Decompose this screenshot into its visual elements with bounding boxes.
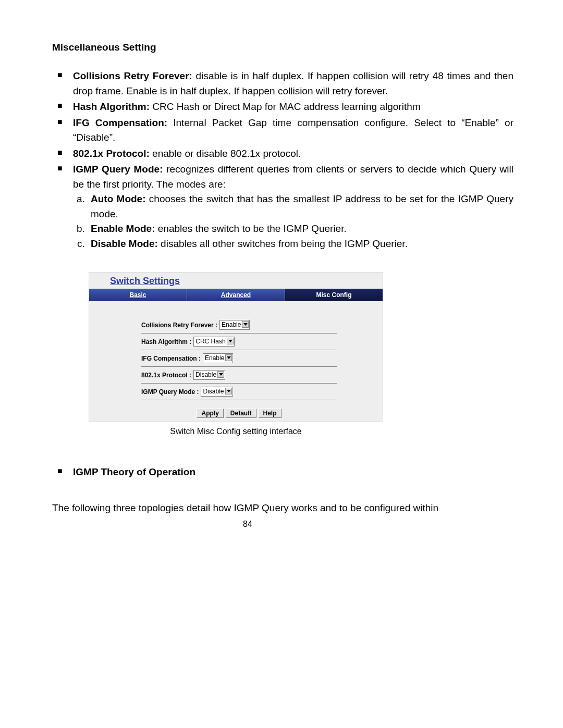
tab-advanced[interactable]: Advanced	[187, 289, 285, 301]
bullet-item: IGMP Theory of Operation	[57, 465, 513, 480]
page-number: 84	[52, 520, 513, 529]
panel-title: Switch Settings	[89, 273, 383, 289]
bullet-list-2: IGMP Theory of Operation	[52, 465, 513, 480]
sub-list: Auto Mode: chooses the switch that has t…	[73, 192, 513, 251]
tab-basic[interactable]: Basic	[89, 289, 187, 301]
bullet-label: IGMP Query Mode:	[73, 164, 163, 175]
bullet-item: Collisions Retry Forever: disable is in …	[57, 69, 513, 98]
row-8021x-protocol: 802.1x Protocol : Disable	[141, 367, 337, 384]
row-igmp-query-mode: IGMP Query Mode : Disable	[141, 384, 337, 400]
label-igmp-query-mode: IGMP Query Mode :	[141, 388, 199, 396]
chevron-down-icon	[227, 390, 231, 392]
bullet-item: IGMP Query Mode: recognizes different qu…	[57, 162, 513, 251]
form-area: Collisions Retry Forever : Enable Hash A…	[141, 317, 337, 418]
select-hash-algorithm[interactable]: CRC Hash	[193, 337, 234, 347]
bullet-label: Collisions Retry Forever:	[73, 70, 192, 81]
chevron-down-icon	[228, 340, 232, 342]
default-button[interactable]: Default	[226, 409, 256, 418]
sub-item: Enable Mode: enables the switch to be th…	[88, 221, 513, 237]
sub-text: chooses the switch that has the smallest…	[91, 193, 513, 219]
body-paragraph: The following three topologies detail ho…	[52, 501, 513, 516]
select-value: Disable	[195, 371, 216, 379]
switch-settings-panel: Switch Settings Basic Advanced Misc Conf…	[89, 272, 383, 422]
tab-bar: Basic Advanced Misc Config	[89, 289, 383, 301]
select-igmp-query-mode[interactable]: Disable	[201, 387, 232, 397]
sub-text: enables the switch to be the IGMP Querie…	[155, 223, 347, 234]
select-value: Enable	[205, 354, 224, 362]
figure-caption: Switch Misc Config setting interface	[89, 427, 383, 436]
bullet-text: enable or disable 802.1x protocol.	[150, 148, 301, 159]
select-8021x-protocol[interactable]: Disable	[193, 370, 225, 380]
sub-item: Disable Mode: disables all other switche…	[88, 237, 513, 252]
bullet-label: Hash Algorithm:	[73, 101, 150, 112]
apply-button[interactable]: Apply	[197, 409, 223, 418]
select-value: CRC Hash	[195, 338, 225, 346]
label-collisions-retry: Collisions Retry Forever :	[141, 322, 217, 329]
select-value: Enable	[222, 321, 241, 329]
label-hash-algorithm: Hash Algorithm :	[141, 338, 191, 346]
bullet-item: Hash Algorithm: CRC Hash or Direct Map f…	[57, 100, 513, 115]
chevron-down-icon	[243, 323, 248, 326]
row-collisions-retry: Collisions Retry Forever : Enable	[141, 317, 337, 334]
bullet-item: 802.1x Protocol: enable or disable 802.1…	[57, 146, 513, 162]
help-button[interactable]: Help	[259, 409, 282, 418]
label-ifg-compensation: IFG Compensation :	[141, 355, 201, 362]
bullet-item: IFG Compensation: Internal Packet Gap ti…	[57, 116, 513, 145]
section-heading: Miscellaneous Setting	[52, 42, 513, 53]
bullet-label: IFG Compensation:	[73, 117, 167, 128]
sub-label: Enable Mode:	[91, 223, 155, 234]
bullet-label: IGMP Theory of Operation	[73, 466, 195, 477]
sub-label: Auto Mode:	[91, 193, 146, 204]
tab-misc-config[interactable]: Misc Config	[285, 289, 383, 301]
sub-text: disables all other switches from being t…	[158, 238, 408, 249]
sub-item: Auto Mode: chooses the switch that has t…	[88, 192, 513, 221]
chevron-down-icon	[219, 373, 223, 376]
bullet-list: Collisions Retry Forever: disable is in …	[52, 69, 513, 251]
select-value: Disable	[203, 388, 224, 396]
row-hash-algorithm: Hash Algorithm : CRC Hash	[141, 334, 337, 350]
bullet-label: 802.1x Protocol:	[73, 148, 150, 159]
bullet-text: CRC Hash or Direct Map for MAC address l…	[150, 101, 421, 112]
select-collisions-retry[interactable]: Enable	[219, 320, 250, 330]
chevron-down-icon	[227, 356, 231, 359]
button-row: Apply Default Help	[141, 409, 337, 418]
select-ifg-compensation[interactable]: Enable	[203, 353, 233, 363]
sub-label: Disable Mode:	[91, 238, 158, 249]
row-ifg-compensation: IFG Compensation : Enable	[141, 350, 337, 367]
label-8021x-protocol: 802.1x Protocol :	[141, 372, 191, 379]
